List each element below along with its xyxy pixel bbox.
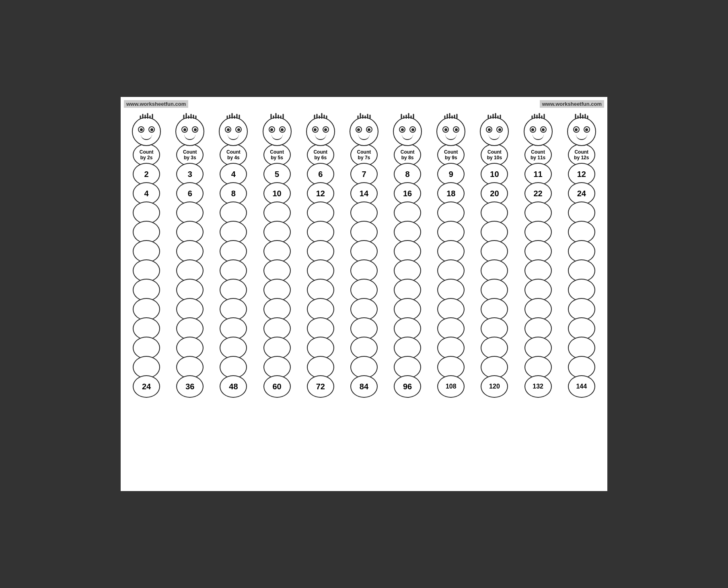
pupil — [314, 128, 317, 131]
hair-spike — [490, 115, 492, 119]
eyes-by12s — [573, 126, 590, 133]
eyes-by8s — [399, 126, 416, 133]
hair-spike — [150, 115, 151, 119]
hair-spike — [577, 115, 578, 119]
hair-by3s — [183, 113, 197, 119]
head-by3s — [175, 117, 204, 146]
hair-spike — [413, 114, 414, 119]
hair-spike — [408, 113, 409, 119]
caterpillar-by11s: Countby 11s1122132 — [519, 117, 557, 398]
hair-spike — [457, 114, 458, 119]
hair-spike — [314, 115, 315, 119]
pupil — [444, 128, 447, 131]
head-by7s — [350, 117, 378, 146]
hair-spike — [536, 115, 537, 119]
hair-spike — [278, 115, 279, 119]
hair-spike — [193, 115, 194, 119]
hair-spike — [191, 114, 192, 119]
smile-by12s — [576, 134, 587, 140]
eyes-by6s — [312, 126, 329, 133]
hair-spike — [580, 113, 581, 119]
pupil — [575, 128, 578, 131]
eye — [181, 126, 188, 133]
smile-by3s — [184, 134, 195, 140]
eye — [584, 126, 590, 133]
page: www.worksheetfun.com www.worksheetfun.co… — [121, 97, 607, 491]
eye — [540, 126, 547, 133]
hair-spike — [140, 115, 141, 119]
hair-spike — [444, 115, 446, 119]
head-by10s — [480, 117, 509, 146]
segment-by11s-11: 132 — [524, 375, 552, 398]
hair-spike — [534, 114, 535, 119]
eyes-by9s — [442, 126, 459, 133]
hair-spike — [236, 114, 238, 119]
pupil — [455, 128, 458, 131]
hair-by5s — [270, 113, 284, 119]
segment-by5s-11: 60 — [263, 375, 291, 398]
hair-spike — [357, 115, 358, 119]
smile-by9s — [445, 134, 457, 140]
hair-spike — [575, 114, 576, 119]
eye — [138, 126, 144, 133]
segment-by3s-11: 36 — [176, 375, 204, 398]
hair-spike — [543, 114, 545, 119]
hair-by6s — [314, 113, 327, 119]
hair-spike — [152, 114, 153, 119]
eyes-by2s — [138, 126, 155, 133]
hair-spike — [406, 115, 407, 119]
pupil — [531, 128, 534, 131]
hair-by10s — [488, 113, 501, 119]
hair-spike — [147, 113, 148, 119]
watermark-left: www.worksheetfun.com — [124, 100, 188, 108]
eye — [366, 126, 372, 133]
eye — [312, 126, 319, 133]
hair-spike — [369, 115, 370, 119]
hair-spike — [270, 114, 271, 119]
hair-spike — [195, 115, 197, 119]
pupil — [194, 128, 197, 131]
hair-spike — [401, 114, 402, 119]
hair-spike — [326, 115, 327, 119]
head-by11s — [524, 117, 553, 146]
hair-by8s — [401, 113, 414, 119]
hair-spike — [188, 115, 189, 119]
smile-by4s — [228, 134, 239, 140]
hair-spike — [183, 115, 185, 119]
caterpillar-by12s: Countby 12s1224144 — [562, 117, 600, 398]
eyes-by5s — [269, 126, 286, 133]
pupil — [270, 128, 273, 131]
pupil — [324, 128, 327, 131]
hair-spike — [498, 115, 499, 119]
eye — [192, 126, 198, 133]
hair-spike — [454, 115, 455, 119]
hair-by2s — [140, 113, 153, 119]
eye — [453, 126, 459, 133]
hair-spike — [239, 115, 240, 119]
segment-by12s-11: 144 — [568, 375, 595, 398]
eyes-by3s — [181, 126, 198, 133]
head-by12s — [567, 117, 596, 146]
hair-spike — [319, 115, 320, 119]
eye — [148, 126, 155, 133]
hair-spike — [582, 115, 583, 119]
smile-by6s — [315, 134, 326, 140]
caterpillar-by10s: Countby 10s1020120 — [475, 117, 514, 398]
eye — [409, 126, 416, 133]
pupil — [281, 128, 284, 131]
pupil — [150, 128, 153, 131]
eye — [573, 126, 580, 133]
pupil — [585, 128, 588, 131]
eye — [442, 126, 449, 133]
hair-spike — [186, 113, 187, 119]
hair-by9s — [444, 113, 458, 119]
hair-by7s — [357, 113, 370, 119]
head-by5s — [263, 117, 292, 146]
smile-by11s — [533, 134, 544, 140]
hair-spike — [367, 114, 368, 119]
hair-spike — [275, 113, 276, 119]
hair-spike — [362, 115, 363, 119]
pupil — [368, 128, 370, 131]
segment-by4s-11: 48 — [220, 375, 247, 398]
hair-spike — [145, 115, 146, 119]
